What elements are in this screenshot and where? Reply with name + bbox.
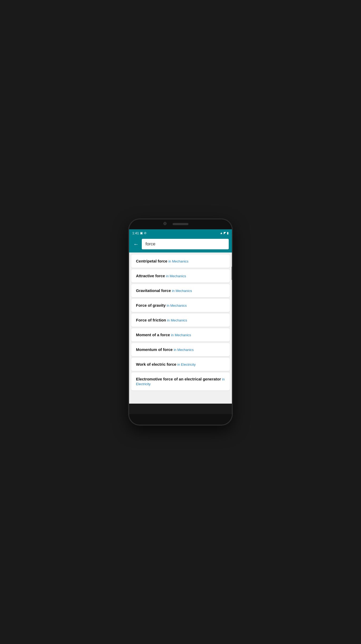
result-title-2: Gravitational force (136, 288, 171, 293)
result-category-7: in Electricity (177, 363, 196, 366)
result-title-4: Force of friction (136, 318, 166, 322)
phone-content: 1:41 ▣ ⊘ ▲ ◤ ▮ ← force Centripetal force… (129, 229, 232, 404)
battery-icon: ▮ (227, 231, 229, 235)
back-button[interactable]: ← (132, 240, 140, 248)
result-title-1: Attractive force (136, 274, 165, 278)
result-category-3: in Mechanics (167, 304, 187, 308)
list-item[interactable]: Momentum of forcein Mechanics (131, 343, 230, 356)
result-title-0: Centripetal force (136, 259, 167, 263)
result-title-7: Work of electric force (136, 362, 176, 366)
search-header: ← force (129, 237, 232, 252)
list-item[interactable]: Work of electric forcein Electricity (131, 358, 230, 371)
result-title-6: Momentum of force (136, 347, 173, 352)
list-item[interactable]: Force of gravityin Mechanics (131, 299, 230, 312)
result-category-1: in Mechanics (166, 274, 186, 278)
phone-speaker (173, 223, 188, 225)
result-category-4: in Mechanics (167, 318, 187, 322)
wifi-icon: ▲ (220, 231, 223, 235)
list-item[interactable]: Attractive forcein Mechanics (131, 269, 230, 283)
search-input[interactable]: force (142, 239, 229, 249)
signal-icon: ◤ (224, 231, 226, 235)
circle-slash-icon: ⊘ (144, 231, 147, 235)
result-category-6: in Mechanics (174, 348, 194, 352)
result-category-2: in Mechanics (172, 289, 192, 293)
result-title-8: Electromotive force of an electrical gen… (136, 377, 221, 381)
list-item[interactable]: Force of frictionin Mechanics (131, 314, 230, 327)
result-category-5: in Mechanics (171, 333, 191, 337)
result-title-3: Force of gravity (136, 303, 166, 308)
status-bar: 1:41 ▣ ⊘ ▲ ◤ ▮ (129, 229, 232, 237)
phone-bottom (129, 414, 232, 425)
list-item[interactable]: Gravitational forcein Mechanics (131, 284, 230, 297)
status-time: 1:41 (132, 231, 139, 235)
status-right: ▲ ◤ ▮ (220, 231, 229, 235)
list-item[interactable]: Centripetal forcein Mechanics (131, 255, 230, 268)
sim-icon: ▣ (140, 231, 143, 235)
phone-shell: 1:41 ▣ ⊘ ▲ ◤ ▮ ← force Centripetal force… (129, 219, 232, 425)
list-item[interactable]: Moment of a forcein Mechanics (131, 328, 230, 341)
results-list: Centripetal forcein Mechanics Attractive… (129, 252, 232, 404)
status-left: 1:41 ▣ ⊘ (132, 231, 147, 235)
side-button (232, 267, 232, 280)
phone-camera (163, 222, 167, 225)
list-item[interactable]: Electromotive force of an electrical gen… (131, 373, 230, 390)
result-title-5: Moment of a force (136, 333, 170, 337)
result-category-0: in Mechanics (168, 259, 188, 263)
